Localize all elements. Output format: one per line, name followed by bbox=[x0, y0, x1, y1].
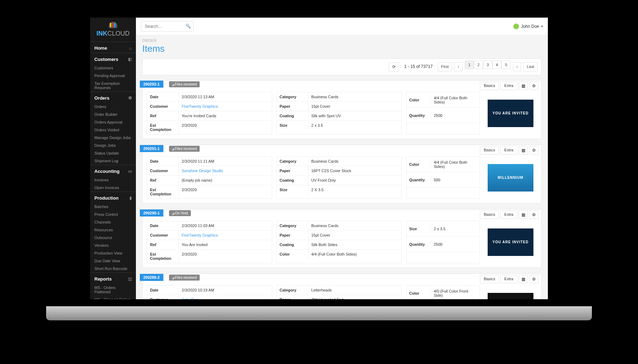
nav-item[interactable]: Outsource bbox=[90, 234, 136, 241]
data-row: Date2/3/2020 11:03 AM bbox=[147, 221, 272, 231]
data-row: Paper15pt Cover bbox=[277, 231, 401, 240]
nav-item[interactable]: Orders Approval bbox=[90, 118, 136, 126]
data-row: RefYou're Invited Cards bbox=[147, 111, 272, 121]
thumbnail[interactable]: YOU ARE INVITED bbox=[484, 221, 537, 263]
nav-item[interactable]: Shipment Log bbox=[90, 157, 136, 165]
pagination-bar: ⟳ 1 - 15 of 73717 First ‹ 12345 › Last bbox=[142, 58, 542, 75]
nav-item[interactable]: Status Update bbox=[90, 149, 136, 157]
pager-page[interactable]: 3 bbox=[483, 61, 492, 69]
section-icon: ⌂ bbox=[129, 46, 132, 50]
nav-item[interactable]: Batches bbox=[90, 203, 136, 211]
nav-item[interactable]: Orders Voided bbox=[90, 126, 136, 134]
nav-head-reports[interactable]: Reports◫ bbox=[90, 273, 136, 284]
nav-item[interactable]: Production View bbox=[90, 249, 136, 257]
nav-item[interactable]: Resources bbox=[90, 226, 136, 234]
data-row: Quantity500 bbox=[406, 172, 480, 188]
logo-icon bbox=[109, 22, 117, 28]
order-id-flag[interactable]: 290291-1 bbox=[140, 145, 163, 152]
data-row: Color4/4 (Full Color Both Sides) bbox=[277, 250, 401, 259]
section-icon: ▮ bbox=[130, 196, 132, 200]
nav-item[interactable]: Orders bbox=[90, 103, 136, 111]
section-icon: ◫ bbox=[128, 277, 132, 281]
data-row: Paper15pt Cover bbox=[277, 102, 401, 111]
data-row: Est Completion2/3/2020 bbox=[147, 121, 272, 134]
data-row: Color4/4 (Full Color Both Sides) bbox=[406, 157, 480, 172]
nav-item[interactable]: Channels bbox=[90, 218, 136, 226]
nav-item[interactable]: Vendors bbox=[90, 241, 136, 249]
customer-link[interactable]: John Doe bbox=[182, 297, 198, 299]
data-row: CustomerFiveTwenty Graphics bbox=[147, 102, 272, 111]
data-row: CustomerFiveTwenty Graphics bbox=[147, 231, 272, 240]
data-row: CategoryLetterheads bbox=[277, 285, 401, 295]
pager-page[interactable]: 5 bbox=[501, 61, 511, 69]
user-name: John Doe bbox=[521, 24, 539, 29]
customer-link[interactable]: FiveTwenty Graphics bbox=[182, 104, 218, 108]
data-row: Size2 x 3.5 bbox=[406, 221, 480, 237]
order-id-flag[interactable]: 290292-1 bbox=[140, 81, 163, 88]
status-badge: Files received bbox=[169, 81, 200, 87]
order-id-flag[interactable]: 290289-2 bbox=[140, 274, 163, 281]
pager-next[interactable]: › bbox=[513, 62, 521, 71]
section-icon: ❂ bbox=[129, 96, 132, 100]
nav-item[interactable]: Design Jobs bbox=[90, 142, 136, 149]
thumbnail[interactable] bbox=[484, 285, 537, 299]
pager-page[interactable]: 2 bbox=[474, 61, 483, 69]
data-row: Est Completion2/3/2020 bbox=[147, 250, 272, 263]
pager-first[interactable]: First bbox=[438, 62, 452, 71]
nav-item[interactable]: Order Builder bbox=[90, 111, 136, 118]
customer-link[interactable]: Sunshine Design Studio bbox=[182, 169, 223, 173]
order-card: BasicsExtra▦⚙290292-1Files receivedDate2… bbox=[142, 80, 542, 139]
nav-item[interactable]: Press Control bbox=[90, 211, 136, 218]
avatar bbox=[513, 24, 519, 29]
order-card: BasicsExtra▦⚙290289-2Files receivedDate2… bbox=[142, 274, 542, 299]
nav-item[interactable]: MS - Shipped Orders Flattened bbox=[90, 296, 136, 299]
nav-item[interactable]: Short Run Barcode bbox=[90, 265, 136, 272]
nav-head-home[interactable]: Home⌂ bbox=[90, 42, 136, 53]
data-row: Date2/3/2020 11:11 AM bbox=[147, 157, 272, 166]
nav-item[interactable]: Pending Approval bbox=[90, 72, 136, 80]
nav-item[interactable]: MS - Orders Flattened bbox=[90, 284, 136, 296]
thumbnail[interactable]: YOU ARE INVITED bbox=[484, 92, 537, 134]
pager-page[interactable]: 1 bbox=[465, 61, 474, 69]
search-icon[interactable]: 🔍 bbox=[186, 24, 191, 29]
nav-head-production[interactable]: Production▮ bbox=[90, 192, 136, 203]
data-row: Est Completion2/3/2020 bbox=[147, 185, 272, 199]
pager-prev[interactable]: ‹ bbox=[454, 62, 463, 71]
nav-head-accounting[interactable]: Accounting▭ bbox=[90, 165, 136, 176]
data-row: CustomerJohn Doe bbox=[147, 295, 272, 299]
order-id-flag[interactable]: 290290-1 bbox=[140, 209, 163, 216]
nav-head-customers[interactable]: Customers◧ bbox=[90, 53, 136, 64]
section-icon: ▭ bbox=[128, 169, 132, 174]
status-badge: On Hold bbox=[169, 210, 191, 216]
thumbnail[interactable]: MILLENNIUM bbox=[484, 156, 537, 199]
data-row: CustomerSunshine Design Studio bbox=[147, 166, 272, 176]
nav-item[interactable]: Due Date View bbox=[90, 257, 136, 265]
breadcrumb: ORDER bbox=[142, 39, 542, 43]
data-row: Quantity2500 bbox=[406, 237, 480, 252]
page-title: Items bbox=[142, 43, 542, 54]
data-row: Color4/0 (Full Color Front Side) bbox=[406, 285, 480, 299]
brand-logo[interactable]: INKCLOUD bbox=[90, 18, 136, 42]
nav-item[interactable]: Invoices bbox=[90, 176, 136, 184]
pager-last[interactable]: Last bbox=[523, 62, 538, 71]
content: ORDER Items ⟳ 1 - 15 of 73717 First ‹ 12… bbox=[136, 35, 548, 299]
data-row: Color4/4 (Full Color Both Sides) bbox=[406, 92, 480, 108]
data-row: Size2 X 3.5 bbox=[277, 185, 401, 194]
nav-item[interactable]: Tax Exemption Requests bbox=[90, 80, 136, 92]
data-row: CoatingSilk Both Sides bbox=[277, 240, 401, 250]
topbar: 🔍 John Doe ▾ bbox=[136, 18, 548, 35]
chevron-down-icon: ▾ bbox=[541, 24, 543, 28]
user-menu[interactable]: John Doe ▾ bbox=[513, 24, 543, 29]
refresh-icon[interactable]: ⟳ bbox=[389, 62, 399, 71]
pager-page[interactable]: 4 bbox=[492, 61, 501, 69]
nav-head-orders[interactable]: Orders❂ bbox=[90, 92, 136, 103]
status-badge: Files received bbox=[169, 275, 200, 281]
main-area: 🔍 John Doe ▾ ORDER Items ⟳ 1 - 15 of 737… bbox=[136, 18, 548, 299]
order-card: BasicsExtra▦⚙290291-1Files receivedDate2… bbox=[142, 145, 542, 203]
nav-item[interactable]: Customers bbox=[90, 64, 136, 72]
customer-link[interactable]: FiveTwenty Graphics bbox=[182, 233, 218, 237]
data-row: CoatingUV Front Only bbox=[277, 176, 401, 185]
nav-item[interactable]: Open Invoices bbox=[90, 184, 136, 192]
nav-item[interactable]: Manage Design Jobs bbox=[90, 134, 136, 142]
data-row: RefYou Are Invited bbox=[147, 240, 272, 250]
